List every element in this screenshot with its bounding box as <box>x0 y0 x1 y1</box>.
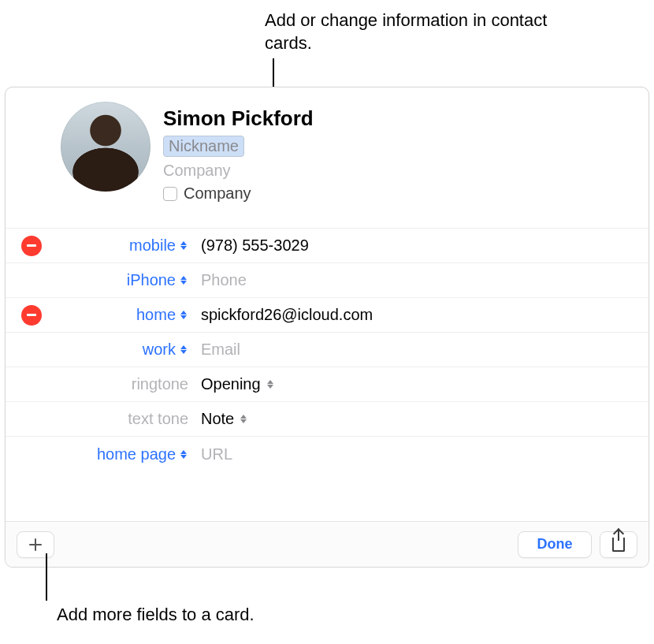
contact-name[interactable]: Simon Pickford <box>163 106 314 131</box>
field-value: Note <box>201 410 234 428</box>
field-value: Opening <box>201 375 261 393</box>
field-placeholder[interactable]: URL <box>201 445 232 463</box>
chevrons-icon <box>266 378 275 391</box>
add-field-button[interactable] <box>17 531 54 558</box>
field-value[interactable]: (978) 555-3029 <box>201 236 309 255</box>
row-home-email: home spickford26@icloud.com <box>6 298 648 333</box>
chevrons-icon <box>179 240 188 252</box>
field-placeholder[interactable]: Email <box>201 341 240 359</box>
chevrons-icon <box>179 448 188 460</box>
name-block: Simon Pickford Nickname Company Company <box>163 106 314 203</box>
company-checkbox-row: Company <box>163 184 314 203</box>
share-button[interactable] <box>600 531 637 558</box>
field-label-popup[interactable]: mobile <box>58 236 195 255</box>
row-homepage: home page URL <box>6 437 648 471</box>
field-label-popup[interactable]: work <box>58 341 195 359</box>
callout-bottom: Add more fields to a card. <box>57 604 255 627</box>
field-label-static: text tone <box>58 410 195 428</box>
row-mobile-phone: mobile (978) 555-3029 <box>6 229 648 263</box>
done-button[interactable]: Done <box>518 531 592 558</box>
field-label-text: mobile <box>129 236 176 255</box>
plus-icon <box>29 538 42 551</box>
row-texttone: text tone Note <box>6 402 648 437</box>
field-value[interactable]: spickford26@icloud.com <box>201 306 373 324</box>
company-field[interactable]: Company <box>163 162 314 180</box>
chevrons-icon <box>179 309 188 322</box>
field-label-popup[interactable]: home page <box>58 445 195 463</box>
field-label-text: text tone <box>128 410 188 428</box>
company-checkbox-label: Company <box>184 184 251 203</box>
delete-button[interactable] <box>21 236 42 256</box>
row-iphone-phone: iPhone Phone <box>6 263 648 298</box>
share-icon <box>612 538 625 552</box>
field-label-text: work <box>143 341 176 359</box>
field-label-popup[interactable]: home <box>58 306 195 324</box>
contact-avatar[interactable] <box>61 102 150 192</box>
window-footer: Done <box>6 521 648 567</box>
callout-top: Add or change information in contact car… <box>265 9 596 54</box>
field-label-static: ringtone <box>58 375 195 393</box>
chevrons-icon <box>179 344 188 356</box>
field-label-text: iPhone <box>127 271 176 289</box>
field-label-popup[interactable]: iPhone <box>58 271 195 289</box>
texttone-popup[interactable]: Note <box>195 410 648 428</box>
chevrons-icon <box>179 274 188 287</box>
ringtone-popup[interactable]: Opening <box>195 375 648 393</box>
fields-list: mobile (978) 555-3029 iPhone Phone home … <box>6 228 648 471</box>
delete-button[interactable] <box>21 305 42 326</box>
row-work-email: work Email <box>6 333 648 367</box>
field-label-text: home <box>136 306 176 324</box>
company-checkbox[interactable] <box>163 187 177 201</box>
nickname-field[interactable]: Nickname <box>163 136 244 157</box>
row-ringtone: ringtone Opening <box>6 367 648 402</box>
field-label-text: ringtone <box>132 375 188 393</box>
contact-card-window: Simon Pickford Nickname Company Company … <box>5 87 649 568</box>
field-placeholder[interactable]: Phone <box>201 271 247 289</box>
chevrons-icon <box>239 413 248 426</box>
field-label-text: home page <box>97 445 176 463</box>
contact-header: Simon Pickford Nickname Company Company <box>6 87 648 228</box>
callout-line-bottom <box>46 553 47 601</box>
